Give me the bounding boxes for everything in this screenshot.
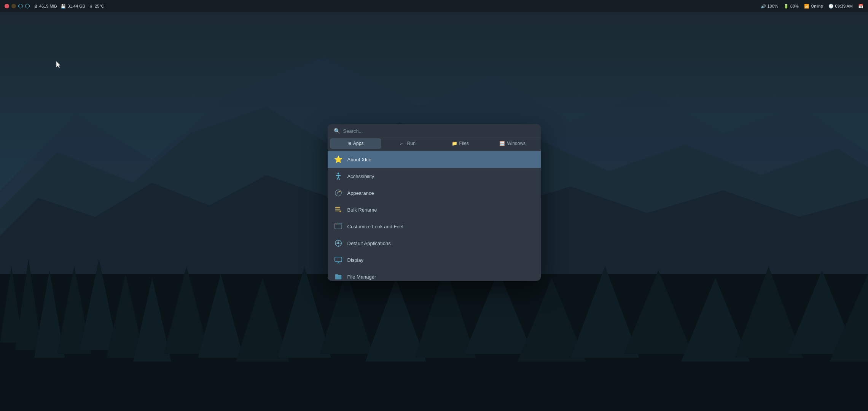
tab-apps[interactable]: ⊞ Apps bbox=[330, 138, 382, 149]
svg-marker-27 bbox=[56, 61, 61, 68]
bulk-rename-icon bbox=[334, 205, 343, 214]
search-input[interactable] bbox=[343, 128, 535, 134]
app-name: About Xfce bbox=[347, 157, 372, 162]
cursor bbox=[56, 61, 61, 68]
app-name: File Manager bbox=[347, 274, 376, 280]
app-name: Appearance bbox=[347, 190, 374, 196]
stat-memory: 🖥 4619 MiB bbox=[33, 4, 57, 8]
customize-icon bbox=[334, 222, 343, 231]
search-icon: 🔍 bbox=[334, 128, 340, 134]
launcher: 🔍 ⊞ Apps >_ Run 📁 Files 🪟 Windows ⭐ Abou… bbox=[328, 124, 541, 280]
svg-point-28 bbox=[337, 173, 339, 175]
tab-windows[interactable]: 🪟 Windows bbox=[487, 138, 538, 149]
stat-battery[interactable]: 🔋 88% bbox=[784, 4, 799, 9]
app-item-accessibility[interactable]: Accessibility bbox=[328, 168, 541, 185]
app-name: Bulk Rename bbox=[347, 207, 377, 213]
appearance-icon bbox=[334, 188, 343, 198]
windows-tab-icon: 🪟 bbox=[499, 141, 505, 146]
files-tab-icon: 📁 bbox=[452, 141, 457, 146]
display-icon bbox=[334, 255, 343, 264]
disk-icon: 💾 bbox=[61, 4, 66, 9]
stat-calendar[interactable]: 📅 bbox=[858, 4, 863, 9]
calendar-icon: 📅 bbox=[858, 4, 863, 9]
svg-rect-49 bbox=[334, 257, 341, 262]
app-item-about-xfce[interactable]: ⭐ About Xfce bbox=[328, 151, 541, 168]
app-item-default-apps[interactable]: Default Applications bbox=[328, 235, 541, 252]
accessibility-icon bbox=[334, 172, 343, 181]
svg-rect-35 bbox=[335, 207, 340, 208]
dot-yellow bbox=[11, 4, 16, 8]
app-name: Display bbox=[347, 257, 364, 263]
app-item-customize[interactable]: Customize Look and Feel bbox=[328, 218, 541, 235]
app-item-bulk-rename[interactable]: Bulk Rename bbox=[328, 201, 541, 218]
stat-disk: 💾 31.44 GB bbox=[61, 4, 85, 9]
stat-network[interactable]: 📶 Online bbox=[804, 4, 823, 9]
file-manager-icon bbox=[334, 272, 343, 280]
default-apps-icon bbox=[334, 239, 343, 248]
taskbar-left: 🖥 4619 MiB 💾 31.44 GB 🌡 25°C bbox=[5, 4, 104, 9]
clock-icon: 🕐 bbox=[828, 4, 834, 9]
app-item-appearance[interactable]: Appearance bbox=[328, 185, 541, 201]
app-list: ⭐ About Xfce Accessibility bbox=[328, 151, 541, 280]
dot-blue2 bbox=[25, 4, 30, 8]
about-xfce-icon: ⭐ bbox=[334, 155, 343, 164]
run-tab-icon: >_ bbox=[400, 141, 405, 146]
network-icon: 📶 bbox=[804, 4, 809, 9]
temp-icon: 🌡 bbox=[89, 4, 93, 8]
svg-point-44 bbox=[337, 242, 339, 245]
svg-rect-37 bbox=[335, 210, 340, 212]
stat-volume[interactable]: 🔊 100% bbox=[761, 4, 778, 9]
stat-temp: 🌡 25°C bbox=[89, 4, 104, 8]
tabs-bar: ⊞ Apps >_ Run 📁 Files 🪟 Windows bbox=[328, 138, 541, 151]
window-controls bbox=[5, 4, 30, 8]
app-name: Accessibility bbox=[347, 174, 374, 179]
svg-rect-36 bbox=[335, 209, 340, 210]
svg-line-32 bbox=[338, 177, 340, 180]
svg-point-41 bbox=[336, 224, 337, 225]
battery-icon: 🔋 bbox=[784, 4, 789, 9]
apps-tab-icon: ⊞ bbox=[347, 141, 351, 146]
taskbar: 🖥 4619 MiB 💾 31.44 GB 🌡 25°C 🔊 100% 🔋 88… bbox=[0, 0, 868, 12]
app-item-file-manager[interactable]: File Manager bbox=[328, 268, 541, 280]
taskbar-right: 🔊 100% 🔋 88% 📶 Online 🕐 09:39 AM 📅 bbox=[761, 4, 863, 9]
dot-red bbox=[5, 4, 9, 8]
search-bar[interactable]: 🔍 bbox=[328, 124, 541, 138]
dot-blue1 bbox=[18, 4, 23, 8]
tab-run[interactable]: >_ Run bbox=[382, 138, 434, 149]
stat-time[interactable]: 🕐 09:39 AM bbox=[828, 4, 853, 9]
svg-point-42 bbox=[338, 224, 338, 225]
volume-icon: 🔊 bbox=[761, 4, 766, 9]
app-name: Default Applications bbox=[347, 241, 391, 246]
tab-files[interactable]: 📁 Files bbox=[435, 138, 486, 149]
app-name: Customize Look and Feel bbox=[347, 224, 403, 229]
app-item-display[interactable]: Display bbox=[328, 252, 541, 268]
memory-icon: 🖥 bbox=[33, 4, 38, 8]
svg-point-40 bbox=[335, 224, 336, 225]
svg-point-33 bbox=[335, 190, 341, 196]
svg-point-34 bbox=[339, 191, 340, 193]
svg-line-31 bbox=[337, 177, 338, 180]
